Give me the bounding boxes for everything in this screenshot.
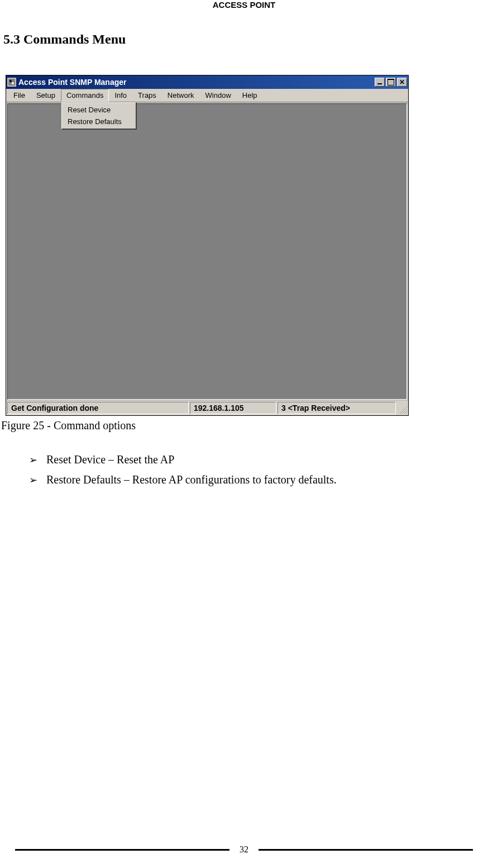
- footer-line-left: [15, 849, 229, 851]
- status-ip: 192.168.1.105: [190, 402, 276, 414]
- page-footer: 32: [0, 845, 488, 855]
- minimize-button[interactable]: [375, 78, 385, 87]
- list-item: ➢ Restore Defaults – Restore AP configur…: [29, 473, 488, 487]
- menu-setup[interactable]: Setup: [31, 89, 61, 102]
- menu-file[interactable]: File: [8, 89, 31, 102]
- resize-grip[interactable]: [397, 402, 407, 414]
- menu-info[interactable]: Info: [109, 89, 132, 102]
- bullet-icon: ➢: [29, 453, 37, 467]
- window-title: Access Point SNMP Manager: [18, 78, 126, 87]
- titlebar-left: Access Point SNMP Manager: [7, 78, 126, 87]
- page-number: 32: [240, 845, 248, 855]
- page-header: ACCESS POINT: [0, 0, 488, 10]
- statusbar: Get Configuration done 192.168.1.105 3 <…: [6, 401, 408, 415]
- section-heading-text: 5.3 Commands Menu: [3, 32, 126, 46]
- status-trap: 3 <Trap Received>: [278, 402, 396, 414]
- app-window: Access Point SNMP Manager ✕ File Setup C…: [6, 75, 409, 416]
- menu-window[interactable]: Window: [200, 89, 237, 102]
- svg-rect-0: [8, 79, 15, 86]
- figure-caption-text: Figure 25 - Command options: [1, 419, 136, 431]
- commands-dropdown: Reset Device Restore Defaults: [61, 102, 137, 130]
- menu-help[interactable]: Help: [237, 89, 263, 102]
- maximize-button[interactable]: [386, 78, 396, 87]
- window-controls: ✕: [375, 78, 407, 87]
- app-icon: [7, 78, 16, 87]
- svg-point-1: [9, 80, 12, 82]
- page-header-text: ACCESS POINT: [213, 0, 276, 10]
- dropdown-restore-defaults[interactable]: Restore Defaults: [63, 116, 135, 127]
- svg-point-2: [12, 82, 14, 84]
- close-button[interactable]: ✕: [397, 78, 407, 87]
- bullet-list: ➢ Reset Device – Reset the AP ➢ Restore …: [29, 453, 488, 487]
- section-heading: 5.3 Commands Menu: [3, 32, 488, 47]
- menu-network[interactable]: Network: [162, 89, 200, 102]
- titlebar[interactable]: Access Point SNMP Manager ✕: [6, 75, 408, 89]
- bullet-text: Restore Defaults – Restore AP configurat…: [46, 473, 337, 486]
- menu-commands[interactable]: Commands: [61, 89, 109, 102]
- menubar: File Setup Commands Info Traps Network W…: [6, 89, 408, 102]
- bullet-text: Reset Device – Reset the AP: [46, 453, 174, 466]
- status-message: Get Configuration done: [7, 402, 189, 414]
- menu-traps[interactable]: Traps: [132, 89, 162, 102]
- list-item: ➢ Reset Device – Reset the AP: [29, 453, 488, 467]
- window-body: [7, 103, 407, 400]
- dropdown-reset-device[interactable]: Reset Device: [63, 104, 135, 116]
- figure-caption: Figure 25 - Command options: [1, 419, 488, 432]
- footer-line-right: [259, 849, 473, 851]
- bullet-icon: ➢: [29, 473, 37, 487]
